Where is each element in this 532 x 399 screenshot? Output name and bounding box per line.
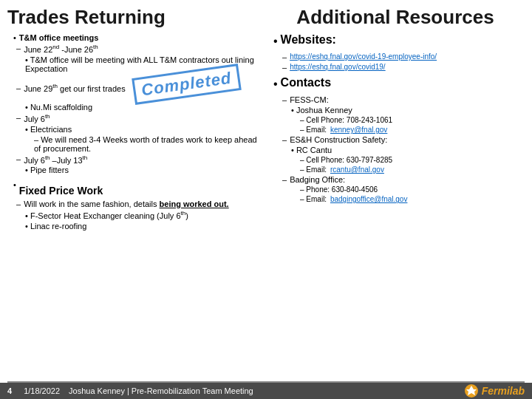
linac-text: Linac re-roofing	[30, 222, 86, 231]
elec-detail-text: We will need 3-4 Weeks worth of trades w…	[34, 135, 257, 153]
rc-bullet: •	[291, 146, 296, 154]
will-work-item: – Will work in the same fashion, details…	[16, 200, 259, 208]
bullet-dot-2: •	[13, 180, 16, 189]
contacts-bullet: •	[273, 78, 278, 91]
cell1-text: Cell Phone: 708-243-1061	[306, 116, 392, 124]
pipe-bullet: •	[25, 166, 30, 174]
sup-29th: th	[52, 83, 58, 89]
link1[interactable]: https://eshq.fnal.gov/covid-19-employee-…	[290, 52, 437, 61]
sup-6b: th	[45, 154, 50, 161]
june29-label: June 29th get our first trades	[24, 83, 126, 93]
dash-2: –	[16, 83, 21, 92]
badging-label: Badging Office:	[290, 175, 345, 184]
will-work-text: Will work in the same fashion, details b…	[24, 200, 229, 208]
tm-meetings-label: T&M office meetings	[19, 33, 99, 42]
header-left: Trades Returning	[7, 6, 266, 29]
elec-dash: –	[34, 135, 41, 144]
dash-esh: –	[282, 135, 287, 144]
email2-item: – Email: rcantu@fnal.gov	[300, 166, 525, 174]
email1-item: – Email: kenney@fnal.gov	[300, 126, 525, 134]
cell1-item: – Cell Phone: 708-243-1061	[300, 116, 525, 124]
header-right: Additional Resources	[266, 6, 525, 29]
fermilab-name: Fermilab	[482, 385, 525, 397]
main-content: • T&M office meetings – June 22nd -June …	[0, 32, 532, 381]
sup-fsec: th	[181, 210, 186, 216]
link1-item: – https://eshq.fnal.gov/covid-19-employe…	[282, 52, 525, 61]
pipe-label: Pipe fitters	[30, 166, 69, 174]
bullet-tm-meetings: • T&M office meetings	[13, 33, 259, 42]
header: Trades Returning Additional Resources	[0, 0, 532, 32]
linac-item: • Linac re-roofing	[25, 222, 259, 231]
esh-label: ES&H Construction Safety:	[290, 135, 387, 144]
dash-badging: –	[282, 175, 287, 184]
fsector-bullet: •	[25, 211, 30, 220]
elec-bullet: •	[25, 125, 30, 134]
pipe-fitters-item: • Pipe fitters	[25, 166, 259, 174]
elec-detail-item: – We will need 3-4 Weeks worth of trades…	[34, 135, 259, 153]
dash-4: –	[16, 154, 21, 163]
rc-cantu-item: • RC Cantu	[291, 146, 525, 154]
right-column: • Websites: – https://eshq.fnal.gov/covi…	[266, 33, 525, 380]
fermilab-logo: Fermilab	[464, 383, 525, 398]
badging-item: – Badging Office:	[282, 175, 525, 184]
june29-item: – June 29th get our first trades Complet…	[16, 75, 259, 101]
link2-item: – https://eshq.fnal.gov/covid19/	[282, 63, 525, 72]
bullet-dot-1: •	[13, 33, 16, 42]
fsector-item: • F-Sector Heat Exchanger cleaning (July…	[25, 210, 259, 220]
footer-date: 1/18/2022	[24, 386, 60, 395]
email3-link[interactable]: badgingoffice@fnal.gov	[330, 195, 408, 203]
phone-badging-text: Phone: 630-840-4506	[306, 185, 378, 194]
july6-label: July 6th	[24, 113, 50, 123]
esh-item: – ES&H Construction Safety:	[282, 135, 525, 144]
cell2-text: Cell Phone: 630-797-8285	[306, 156, 392, 164]
fermilab-icon	[464, 383, 479, 398]
tm-detail-bullet: •	[25, 55, 30, 64]
email2-label: Email:	[306, 166, 327, 174]
numi-label: Nu.Mi scaffolding	[30, 103, 92, 112]
footer-presenter: Joshua Kenney | Pre-Remobilization Team …	[69, 386, 253, 395]
cell2-item: – Cell Phone: 630-797-8285	[300, 156, 525, 164]
dash-5: –	[16, 200, 21, 208]
link2[interactable]: https://eshq.fnal.gov/covid19/	[290, 63, 386, 71]
left-column: • T&M office meetings – June 22nd -June …	[7, 33, 266, 380]
electricians-item: • Electricians	[25, 125, 259, 134]
additional-resources-title: Additional Resources	[266, 6, 525, 29]
july13-label: July 6th –July 13th	[24, 154, 87, 165]
dash-3: –	[16, 113, 21, 122]
page-number: 4	[7, 386, 12, 395]
sup-th: th	[93, 44, 98, 50]
footer: 4 1/18/2022 Joshua Kenney | Pre-Remobili…	[0, 383, 532, 399]
sup-nd: nd	[52, 44, 59, 50]
email3-item: – Email: badgingoffice@fnal.gov	[300, 195, 525, 203]
websites-bullet: •	[273, 35, 278, 48]
june22-label: June 22nd -June 26th	[24, 44, 98, 54]
email3-label: Email:	[306, 195, 327, 203]
fess-cm-label: FESS-CM:	[290, 95, 329, 104]
dash-1: –	[16, 44, 21, 52]
sup-13: th	[83, 154, 88, 161]
june22-item: – June 22nd -June 26th	[16, 44, 259, 54]
dash-link2: –	[282, 63, 287, 72]
websites-section: • Websites: – https://eshq.fnal.gov/covi…	[273, 33, 525, 72]
page-title: Trades Returning	[7, 6, 266, 29]
contacts-title: Contacts	[281, 76, 331, 89]
email1-label: Email:	[306, 126, 327, 134]
numi-bullet: •	[25, 103, 30, 112]
dash-link1: –	[282, 52, 287, 61]
phone-badging-item: – Phone: 630-840-4506	[300, 185, 525, 194]
linac-bullet: •	[25, 222, 30, 231]
dash-fess: –	[282, 95, 287, 104]
joshua-name: Joshua Kenney	[296, 106, 352, 115]
rc-name: RC Cantu	[296, 146, 332, 154]
fixed-price-label: Fixed Price Work	[19, 185, 103, 197]
email1-link[interactable]: kenney@fnal.gov	[330, 126, 387, 134]
fess-cm-item: – FESS-CM:	[282, 95, 525, 104]
fixed-price-item: • Fixed Price Work	[13, 180, 259, 198]
sup-july6: th	[45, 113, 50, 120]
email2-link[interactable]: rcantu@fnal.gov	[330, 166, 384, 174]
fsector-text: F-Sector Heat Exchanger cleaning (July 6…	[30, 211, 188, 220]
elec-label: Electricians	[30, 125, 72, 134]
page: Trades Returning Additional Resources • …	[0, 0, 532, 399]
contacts-section: • Contacts – FESS-CM: • Joshua Kenney – …	[273, 76, 525, 203]
july13-item: – July 6th –July 13th	[16, 154, 259, 165]
